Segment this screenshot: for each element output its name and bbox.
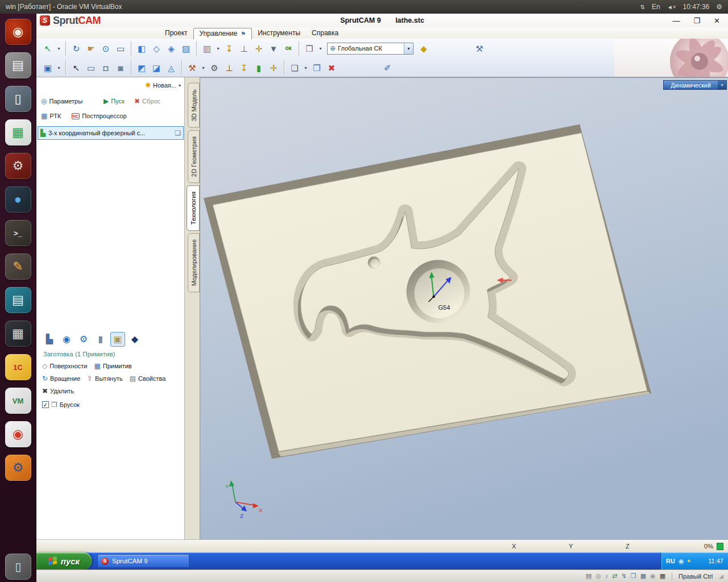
turret-button[interactable]: ▮ [252,61,266,74]
delete-button[interactable]: ✖ Удалить [42,388,74,394]
usb-status-icon[interactable]: ↯ [622,573,627,579]
session-gear-icon[interactable]: ⚙ [716,3,722,11]
fixture-icon[interactable]: ▮ [93,332,108,347]
properties-button[interactable]: ▤ Свойства [130,375,166,382]
coordinate-system-combo[interactable]: ⊕Глобальная СК▾ [327,43,413,55]
taskbar-task-sprutcam[interactable]: S SprutCAM 9 [97,554,189,568]
rotate-view-button[interactable]: ↻ [69,41,83,55]
menu-tools[interactable]: Инструменты [252,28,306,39]
finish-cycle-button[interactable]: ▼ [267,41,280,55]
network-status-icon[interactable]: ⇄ [612,573,617,579]
launcher-text-editor[interactable]: ▯ [5,86,31,112]
save-button-caret[interactable]: ▾ [56,61,62,74]
tool-holder-button[interactable]: ⊥ [222,61,236,74]
view-mode-combo[interactable]: Динамический ▾ [663,80,727,90]
tray-language[interactable]: RU [666,558,675,564]
select-button[interactable]: ↖ [69,61,83,74]
menu-project[interactable]: Проект [159,28,193,39]
contour-cycle-button[interactable]: ✛ [252,41,266,55]
close-button[interactable]: ✕ [714,16,720,25]
rtk-button[interactable]: ▦ РТК [41,113,61,119]
hdd-status-icon[interactable]: ▤ [586,573,592,579]
tray-security-icon[interactable]: ✦ [686,558,692,565]
keyboard-status-icon[interactable]: ▦ [660,573,665,579]
operation-item[interactable]: ▙ 3-х координатный фрезерный с... ❏ [38,126,184,140]
menu-help[interactable]: Справка [306,28,344,39]
nav-up-button[interactable]: ↖ [41,41,55,55]
audio-status-icon[interactable]: ♪ [605,573,609,579]
workpiece-icon[interactable]: ▣ [110,332,125,347]
resize-grip-icon[interactable]: ◢ [719,573,723,579]
layout-button[interactable]: ❒ [303,41,316,55]
surfaces-button[interactable]: ◇ Поверхности [42,363,87,369]
launcher-terminal[interactable]: >_ [5,220,31,246]
display-status-icon[interactable]: ▦ [640,573,646,579]
cs-orientation-button[interactable]: ◆ [417,41,431,55]
launcher-calculator[interactable]: ▦ [5,321,31,347]
menu-control[interactable]: Управление⚑ [193,28,253,39]
tab-3d-model[interactable]: 3D Модель [188,83,200,128]
pocket-cycle-button[interactable]: ⊥ [237,41,251,55]
projection-button[interactable]: ◬ [164,61,178,74]
section-view-button[interactable]: ◩ [135,61,148,74]
translucent-view-button[interactable]: ◈ [164,41,178,55]
extrude-button[interactable]: ⇧ Вытянуть [87,375,123,382]
nav-up-button-caret[interactable]: ▾ [56,41,62,55]
new-operation-button[interactable]: ✺ Новая... ▾ [145,82,181,89]
viewport-3d[interactable]: G54 Y Z X Ди [200,77,728,540]
restore-button[interactable]: ❐ [693,16,700,25]
save-button[interactable]: ▣ [41,61,55,74]
volume-muted-icon[interactable]: ◄× [667,4,676,10]
drill-cycle-button[interactable]: ↧ [222,41,236,55]
export-image-button[interactable]: ❐ [310,61,324,74]
simulation-button[interactable]: ⚒ [185,61,199,74]
pan-view-button[interactable]: ☛ [84,41,98,55]
rotation-button[interactable]: ↻ Вращение [42,375,80,382]
postprocessor-button[interactable]: NC Постпроцессор [72,113,127,119]
launcher-media-player[interactable]: ◉ [5,421,31,447]
document-icon[interactable]: ❏ [175,130,181,136]
probe-button[interactable]: ✛ [267,61,280,74]
chevron-down-icon[interactable]: ▾ [718,81,726,89]
spindle-button-caret[interactable]: ▾ [215,41,221,55]
tab-2d-geometry[interactable]: 2D Геометрия [188,130,200,183]
model-icon[interactable]: ◉ [59,332,74,347]
select-box-button[interactable]: ▭ [84,61,98,74]
drill-tool-button[interactable]: ↧ [237,61,251,74]
chevron-down-icon[interactable]: ▾ [404,43,413,54]
language-indicator[interactable]: En [652,3,660,11]
minimize-button[interactable]: — [672,16,680,25]
tray-update-icon[interactable]: ◉ [679,558,684,565]
layout-button-caret[interactable]: ▾ [317,41,324,55]
launcher-web-browser[interactable]: ● [5,186,31,213]
ok-button[interactable]: ок [282,41,295,55]
delete-operation-button[interactable]: ✖ [325,61,338,74]
measure-button[interactable]: ◪ [150,61,163,74]
reset-button[interactable]: ✖ Сброс [134,98,160,105]
launcher-system-tools[interactable]: ⚙ [5,153,31,179]
primitive-button[interactable]: ▦ Примитив [94,363,131,369]
launcher-trash[interactable]: ▯ [5,554,31,580]
launcher-dash-home[interactable]: ◉ [5,19,31,45]
shared-folders-status-icon[interactable]: ❒ [631,573,636,579]
tab-modeling[interactable]: Моделирование [188,233,200,292]
brusок-checkbox[interactable]: ✓ [42,401,49,408]
launcher-documentation[interactable]: ▤ [5,287,31,313]
launcher-files[interactable]: ▤ [5,52,31,78]
mesh-view-button[interactable]: ▨ [179,41,193,55]
tab-technology[interactable]: Технология [187,185,200,231]
setup-gear-icon[interactable]: ⚙ [76,332,91,347]
zoom-view-button[interactable]: ⊙ [99,41,113,55]
video-capture-status-icon[interactable]: ◉ [650,573,656,579]
simulation-button-caret[interactable]: ▾ [200,61,206,74]
snapshot-add-button[interactable]: ◙ [114,61,127,74]
run-button[interactable]: ▶ Пуск [104,98,125,105]
machine-icon[interactable]: ▙ [42,332,57,347]
fastener-button[interactable]: ✐ [380,61,394,74]
snapshot-button[interactable]: ◘ [99,61,113,74]
launcher-vm-monitor[interactable]: VM [5,388,31,414]
launcher-libreoffice-calc[interactable]: ▦ [5,119,31,146]
cd-status-icon[interactable]: ◎ [595,573,601,579]
zoom-window-button[interactable]: ▭ [114,41,127,55]
parameters-button[interactable]: ◎ Параметры [41,98,82,105]
